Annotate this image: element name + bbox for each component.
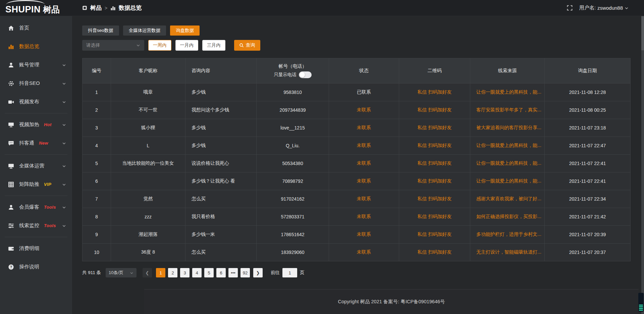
next-page-button[interactable]: ❯ xyxy=(253,268,263,277)
lead-source-link[interactable]: 被大家追着问的客厅投影分享... xyxy=(470,119,545,137)
qr-add-friend-link[interactable]: 私信 扫码加好友 xyxy=(399,244,470,261)
sidebar-item-data-overview[interactable]: 数据总览 xyxy=(0,37,72,56)
page-scrollbar[interactable] xyxy=(641,0,644,314)
sidebar-item-leads-monitor[interactable]: 线索监控Tools xyxy=(0,216,72,235)
chevron-down-icon xyxy=(62,182,66,187)
badge-vip: VIP xyxy=(44,182,51,187)
table-row: 1哦章多少钱9583810已联系私信 扫码加好友让你一眼就爱上的黑科技，能...… xyxy=(83,83,630,101)
range-button-month[interactable]: 一月内 xyxy=(175,40,199,51)
svg-text:?: ? xyxy=(10,265,12,269)
lead-source-link[interactable]: 如何正确选择投影仪，买投影... xyxy=(470,208,545,225)
tab-inquiry-data[interactable]: 询盘数据 xyxy=(170,25,200,36)
table-row: 3狐小狸多少钱love__1215未联系私信 扫码加好友被大家追着问的客厅投影分… xyxy=(83,119,630,137)
sidebar-item-label: 视频发布 xyxy=(19,99,39,105)
lead-source-link[interactable]: 让你一眼就爱上的黑科技，能... xyxy=(470,172,545,190)
sidebar-item-matrix-boost[interactable]: 矩阵助推VIP xyxy=(0,175,72,194)
page-size-select[interactable]: 10条/页 xyxy=(106,268,137,277)
breadcrumb-root[interactable]: 树品 xyxy=(90,4,102,12)
page-size-value: 10条/页 xyxy=(109,270,123,276)
page-button-4[interactable]: 4 xyxy=(192,268,202,277)
cell-status: 未联系 xyxy=(329,137,399,154)
table-row: 2不可一世我想问这个多少钱2097344839未联系私信 扫码加好友客厅安装投影… xyxy=(83,101,630,119)
sidebar-item-label: 抖客通 xyxy=(19,140,34,146)
cell-content: 多少钱 xyxy=(185,119,257,137)
user-menu[interactable]: 用户名: zswodun88 xyxy=(579,5,629,11)
chat-icon xyxy=(8,140,14,146)
cell-account: 178651642 xyxy=(257,226,329,243)
chevron-down-icon xyxy=(62,141,66,145)
data-tabs: 抖音seo数据全媒体运营数据询盘数据 xyxy=(82,25,631,36)
cell-id: 5 xyxy=(83,155,111,172)
qr-add-friend-link[interactable]: 私信 扫码加好友 xyxy=(399,137,470,154)
qr-add-friend-link[interactable]: 私信 扫码加好友 xyxy=(399,119,470,137)
sidebar-item-consumption-detail[interactable]: 消费明细 xyxy=(0,239,72,258)
page-button-92[interactable]: 92 xyxy=(240,268,250,277)
chevron-down-icon xyxy=(625,6,629,10)
bar-chart-icon xyxy=(110,5,116,11)
footer: Copyright 树品 2021 备案号: 粤ICP备09019646号 xyxy=(144,289,639,314)
qr-add-friend-link[interactable]: 私信 扫码加好友 xyxy=(399,190,470,208)
goto-page-input[interactable]: 1 xyxy=(282,268,297,277)
cell-nickname: 潮起潮落 xyxy=(111,226,185,243)
qr-add-friend-link[interactable]: 私信 扫码加好友 xyxy=(399,172,470,190)
page-ellipsis-button[interactable]: ••• xyxy=(228,268,238,277)
sidebar-item-douyin-seo[interactable]: 抖音SEO xyxy=(0,74,72,93)
tab-media-operation-data[interactable]: 全媒体运营数据 xyxy=(123,25,166,36)
sidebar-item-home[interactable]: 首页 xyxy=(0,19,72,37)
page-button-5[interactable]: 5 xyxy=(204,268,214,277)
page-button-3[interactable]: 3 xyxy=(180,268,190,277)
sidebar-item-label: 线索监控 xyxy=(19,222,39,229)
qr-add-friend-link[interactable]: 私信 扫码加好友 xyxy=(399,226,470,243)
sidebar-item-label: 数据总览 xyxy=(19,43,39,50)
lead-source-link[interactable]: 多功能护栏灯，适用于乡村文... xyxy=(470,226,545,243)
sidebar-item-operation-guide[interactable]: ?操作说明 xyxy=(0,258,72,276)
lead-source-link[interactable]: 感谢大家喜欢我家，被问了好... xyxy=(470,190,545,208)
member-icon xyxy=(8,204,14,210)
prev-page-button[interactable]: ❮ xyxy=(143,268,152,277)
cell-content: 多少钱一米 xyxy=(185,226,257,243)
cell-date: 2021-11-07 23:18 xyxy=(545,119,630,137)
pagination: 共 911 条 10条/页 ❮ 123456•••92 ❯ 前往 1 页 xyxy=(82,268,631,277)
sidebar-item-account-management[interactable]: 账号管理 xyxy=(0,56,72,74)
sidebar-item-label: 操作说明 xyxy=(19,264,39,270)
qr-add-friend-link[interactable]: 私信 扫码加好友 xyxy=(399,155,470,172)
sidebar-item-label: 抖音SEO xyxy=(19,80,40,87)
cell-nickname: 36度 8 xyxy=(111,244,185,261)
page-button-1[interactable]: 1 xyxy=(156,268,165,277)
mini-chart-widget xyxy=(638,293,644,312)
cell-date: 2021-11-07 20:39 xyxy=(545,226,630,243)
cell-content: 说说价格让我死心 xyxy=(185,155,257,172)
sidebar-item-video-publish[interactable]: 视频发布 xyxy=(0,93,72,111)
sidebar-item-video-heat[interactable]: 视频加热Hot xyxy=(0,115,72,134)
breadcrumb-current: 数据总览 xyxy=(119,4,142,12)
account-select[interactable]: 请选择 xyxy=(82,40,144,51)
cell-nickname: zzz xyxy=(111,208,185,225)
sidebar-item-label: 账号管理 xyxy=(19,62,39,68)
qr-add-friend-link[interactable]: 私信 扫码加好友 xyxy=(399,84,470,101)
lead-source-link[interactable]: 让你一眼就爱上的黑科技，能... xyxy=(470,84,545,101)
range-button-quarter[interactable]: 三月内 xyxy=(202,40,225,51)
goto-unit: 页 xyxy=(300,270,305,276)
app-icon xyxy=(82,5,87,10)
sidebar-item-douketong[interactable]: 抖客通New xyxy=(0,134,72,152)
range-button-week[interactable]: 一周内 xyxy=(148,40,171,51)
page-button-6[interactable]: 6 xyxy=(216,268,226,277)
query-button[interactable]: 查询 xyxy=(234,40,260,51)
cell-account: 917024162 xyxy=(257,190,329,208)
lead-source-link[interactable]: 让你一眼就爱上的黑科技，能... xyxy=(470,137,545,154)
lead-source-link[interactable]: 无主灯设计，智能磁吸轨道灯... xyxy=(470,244,545,261)
media-icon xyxy=(8,163,14,169)
qr-add-friend-link[interactable]: 私信 扫码加好友 xyxy=(399,101,470,119)
breadcrumb-separator: > xyxy=(105,5,107,11)
sidebar-item-media-operation[interactable]: 全媒体运营 xyxy=(0,157,72,175)
qr-add-friend-link[interactable]: 私信 扫码加好友 xyxy=(399,208,470,225)
page-button-2[interactable]: 2 xyxy=(168,268,177,277)
fullscreen-icon[interactable] xyxy=(567,5,573,11)
lead-source-link[interactable]: 客厅安装投影半年多了，真实... xyxy=(470,101,545,119)
phone-only-toggle[interactable] xyxy=(299,71,312,78)
tab-douyin-seo-data[interactable]: 抖音seo数据 xyxy=(82,25,119,36)
lead-source-link[interactable]: 让你一眼就爱上的黑科技，能... xyxy=(470,155,545,172)
sidebar-item-member-blast[interactable]: 会员爆客Tools xyxy=(0,198,72,216)
cell-date: 2021-11-08 12:28 xyxy=(545,84,630,101)
column-header-label: 状态 xyxy=(359,68,369,74)
